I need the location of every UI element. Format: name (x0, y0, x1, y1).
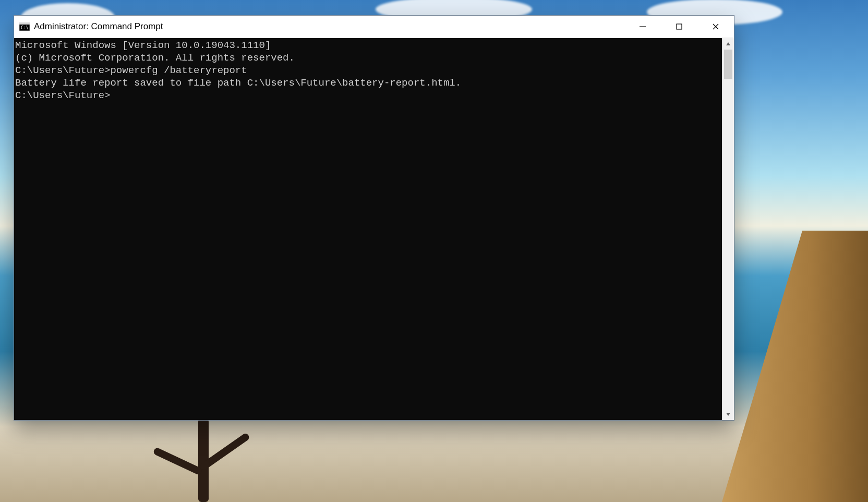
svg-text:C:\: C:\ (21, 26, 29, 30)
svg-rect-3 (640, 27, 646, 27)
terminal-output[interactable]: Microsoft Windows [Version 10.0.19043.11… (14, 38, 722, 420)
close-button[interactable] (697, 16, 734, 38)
scrollbar-track[interactable] (722, 50, 734, 409)
window-title: Administrator: Command Prompt (34, 21, 163, 32)
svg-rect-1 (19, 22, 30, 25)
maximize-button[interactable] (661, 16, 697, 38)
cliff-decoration (722, 231, 868, 502)
svg-rect-4 (677, 24, 682, 29)
terminal-line: Battery life report saved to file path C… (14, 77, 722, 89)
cmd-icon: C:\ (19, 22, 30, 31)
scroll-up-button[interactable] (722, 38, 734, 50)
terminal-line: C:\Users\Future>powercfg /batteryreport (14, 64, 722, 77)
tree-decoration (162, 419, 245, 502)
scrollbar-thumb[interactable] (724, 50, 732, 79)
terminal-line: (c) Microsoft Corporation. All rights re… (14, 52, 722, 64)
scroll-down-button[interactable] (722, 409, 734, 420)
scrollbar[interactable] (722, 38, 734, 420)
command-prompt-window: C:\ Administrator: Command Prompt Micros… (14, 15, 734, 421)
terminal-line: Microsoft Windows [Version 10.0.19043.11… (14, 39, 722, 52)
window-titlebar[interactable]: C:\ Administrator: Command Prompt (14, 16, 734, 38)
terminal-line: C:\Users\Future> (14, 89, 722, 102)
minimize-button[interactable] (624, 16, 661, 38)
